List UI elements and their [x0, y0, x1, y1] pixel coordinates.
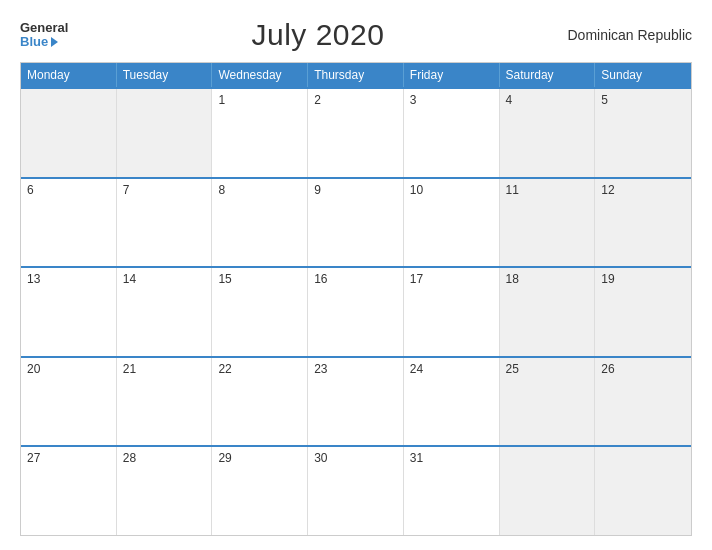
cell-w1-sun: 5 [595, 89, 691, 177]
cell-w3-mon: 13 [21, 268, 117, 356]
cell-w4-mon: 20 [21, 358, 117, 446]
cell-w1-sat: 4 [500, 89, 596, 177]
cell-w2-wed: 8 [212, 179, 308, 267]
week-row-3: 13 14 15 16 17 18 19 [21, 266, 691, 356]
cell-w1-fri: 3 [404, 89, 500, 177]
cell-w4-thu: 23 [308, 358, 404, 446]
calendar-header: Monday Tuesday Wednesday Thursday Friday… [21, 63, 691, 87]
cell-w1-mon [21, 89, 117, 177]
cell-w5-mon: 27 [21, 447, 117, 535]
cell-w2-tue: 7 [117, 179, 213, 267]
cell-w2-sun: 12 [595, 179, 691, 267]
cell-w3-fri: 17 [404, 268, 500, 356]
calendar-page: General Blue July 2020 Dominican Republi… [0, 0, 712, 550]
month-title: July 2020 [251, 18, 384, 52]
cell-w4-fri: 24 [404, 358, 500, 446]
cell-w4-tue: 21 [117, 358, 213, 446]
cell-w2-sat: 11 [500, 179, 596, 267]
cell-w3-thu: 16 [308, 268, 404, 356]
header-tuesday: Tuesday [117, 63, 213, 87]
header-wednesday: Wednesday [212, 63, 308, 87]
cell-w5-sat [500, 447, 596, 535]
logo-general-text: General [20, 21, 68, 35]
cell-w3-sun: 19 [595, 268, 691, 356]
header: General Blue July 2020 Dominican Republi… [20, 18, 692, 52]
cell-w3-wed: 15 [212, 268, 308, 356]
country-label: Dominican Republic [567, 27, 692, 43]
calendar-grid: Monday Tuesday Wednesday Thursday Friday… [20, 62, 692, 536]
logo-blue-text: Blue [20, 35, 68, 49]
calendar-body: 1 2 3 4 5 6 7 8 9 10 11 12 13 14 15 [21, 87, 691, 535]
cell-w5-tue: 28 [117, 447, 213, 535]
week-row-5: 27 28 29 30 31 [21, 445, 691, 535]
cell-w3-sat: 18 [500, 268, 596, 356]
cell-w2-mon: 6 [21, 179, 117, 267]
cell-w4-sat: 25 [500, 358, 596, 446]
logo-triangle-icon [51, 37, 58, 47]
logo: General Blue [20, 21, 68, 50]
week-row-2: 6 7 8 9 10 11 12 [21, 177, 691, 267]
cell-w1-thu: 2 [308, 89, 404, 177]
header-thursday: Thursday [308, 63, 404, 87]
cell-w1-tue [117, 89, 213, 177]
cell-w5-sun [595, 447, 691, 535]
header-sunday: Sunday [595, 63, 691, 87]
cell-w5-thu: 30 [308, 447, 404, 535]
week-row-1: 1 2 3 4 5 [21, 87, 691, 177]
header-monday: Monday [21, 63, 117, 87]
cell-w2-thu: 9 [308, 179, 404, 267]
cell-w5-wed: 29 [212, 447, 308, 535]
cell-w4-wed: 22 [212, 358, 308, 446]
cell-w1-wed: 1 [212, 89, 308, 177]
header-friday: Friday [404, 63, 500, 87]
cell-w5-fri: 31 [404, 447, 500, 535]
cell-w3-tue: 14 [117, 268, 213, 356]
cell-w2-fri: 10 [404, 179, 500, 267]
week-row-4: 20 21 22 23 24 25 26 [21, 356, 691, 446]
cell-w4-sun: 26 [595, 358, 691, 446]
header-saturday: Saturday [500, 63, 596, 87]
